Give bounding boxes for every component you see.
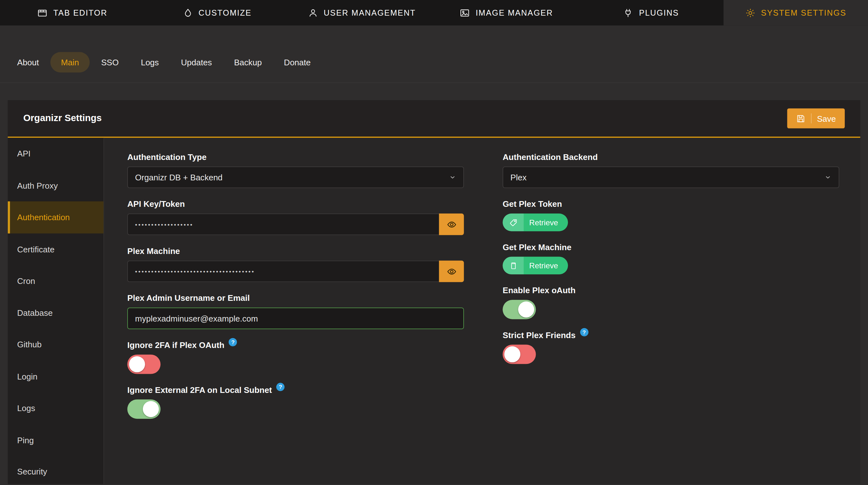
panel-header: Organizr Settings Save [8,100,860,138]
authentication-backend-label: Authentication Backend [502,152,839,162]
nav-system-settings[interactable]: SYSTEM SETTINGS [723,0,868,26]
eye-icon [446,266,456,276]
user-management-icon [308,7,318,18]
save-button-label: Save [817,114,836,123]
strict-plex-friends-label: Strict Plex Friends ? [502,330,839,340]
nav-user-management[interactable]: USER MANAGEMENT [289,0,434,26]
sidebar-item-login[interactable]: Login [8,360,103,392]
eye-icon [446,219,456,229]
nav-label: PLUGINS [639,8,679,17]
save-icon [796,114,806,123]
sidebar-item-security[interactable]: Security [8,456,103,484]
sidebar-item-auth-proxy[interactable]: Auth Proxy [8,169,103,201]
plex-admin-field: Plex Admin Username or Email [127,293,464,329]
nav-plugins[interactable]: PLUGINS [579,0,723,26]
toggle-knob [129,356,145,372]
subnav-sso[interactable]: SSO [91,52,129,72]
sidebar-item-database[interactable]: Database [8,297,103,328]
settings-sidebar: API Auth Proxy Authentication Certificat… [8,138,104,484]
ignore-external-2fa-label: Ignore External 2FA on Local Subnet ? [127,385,464,394]
api-key-field: API Key/Token [127,199,464,235]
sidebar-item-ping[interactable]: Ping [8,424,103,456]
enable-plex-oauth-toggle[interactable] [502,300,536,319]
chevron-down-icon [824,174,832,181]
get-plex-machine-retrieve-button[interactable]: Retrieve [502,257,568,275]
organizr-app: TAB EDITOR CUSTOMIZE USER MANAGEMENT IMA… [0,0,868,485]
system-settings-icon [745,7,755,18]
nav-tab-editor[interactable]: TAB EDITOR [0,0,145,26]
plex-machine-label: Plex Machine [127,246,464,256]
authentication-backend-field: Authentication Backend Plex [502,152,839,188]
panel-body: API Auth Proxy Authentication Certificat… [8,138,860,484]
ignore-external-2fa-field: Ignore External 2FA on Local Subnet ? [127,385,464,419]
ignore-2fa-field: Ignore 2FA if Plex OAuth ? [127,340,464,374]
sidebar-item-cron[interactable]: Cron [8,265,103,297]
subnav-logs[interactable]: Logs [130,52,169,72]
page-title: Organizr Settings [23,113,102,124]
retrieve-button-label: Retrieve [529,261,558,270]
nav-image-manager[interactable]: IMAGE MANAGER [434,0,579,26]
ignore-external-2fa-toggle[interactable] [127,399,160,419]
save-button[interactable]: Save [787,108,845,128]
plex-machine-reveal-button[interactable] [439,261,464,282]
help-icon[interactable]: ? [229,338,237,346]
sidebar-item-github[interactable]: Github [8,328,103,360]
subnav-donate[interactable]: Donate [273,52,321,72]
organizr-settings-panel: Organizr Settings Save API Auth Proxy Au… [8,100,860,484]
sidebar-item-authentication[interactable]: Authentication [8,201,103,233]
strict-plex-friends-toggle[interactable] [502,345,536,364]
api-key-label: API Key/Token [127,199,464,209]
plex-machine-input[interactable] [127,261,439,282]
nav-label: USER MANAGEMENT [324,8,416,17]
plex-admin-email-input[interactable] [127,308,464,329]
ignore-2fa-label: Ignore 2FA if Plex OAuth ? [127,340,464,350]
settings-subnav: About Main SSO Logs Updates Backup Donat… [0,26,868,83]
enable-plex-oauth-label: Enable Plex oAuth [502,286,839,295]
nav-label: CUSTOMIZE [198,8,252,17]
api-key-reveal-button[interactable] [439,214,464,235]
get-plex-machine-field: Get Plex Machine Retrieve [502,242,839,274]
enable-plex-oauth-field: Enable Plex oAuth [502,286,839,319]
nav-customize[interactable]: CUSTOMIZE [145,0,289,26]
top-navigation: TAB EDITOR CUSTOMIZE USER MANAGEMENT IMA… [0,0,868,26]
nav-label: IMAGE MANAGER [476,8,553,17]
authentication-type-field: Authentication Type Organizr DB + Backen… [127,152,464,188]
authentication-backend-select[interactable]: Plex [502,167,839,188]
api-key-input[interactable] [127,214,439,235]
help-icon[interactable]: ? [580,328,588,336]
retrieve-button-label: Retrieve [529,218,558,227]
sidebar-item-api[interactable]: API [8,138,103,169]
authentication-type-label: Authentication Type [127,152,464,162]
strict-plex-friends-field: Strict Plex Friends ? [502,330,839,364]
toggle-knob [518,301,534,317]
nav-label: SYSTEM SETTINGS [761,8,847,17]
selected-value: Organizr DB + Backend [135,173,223,182]
subnav-main[interactable]: Main [51,52,89,72]
tab-editor-icon [37,7,48,18]
sidebar-item-certificate[interactable]: Certificate [8,233,103,265]
subnav-about[interactable]: About [7,52,50,72]
chevron-down-icon [449,174,456,181]
ignore-2fa-toggle[interactable] [127,355,160,374]
nav-label: TAB EDITOR [53,8,107,17]
machine-card-icon [502,257,524,275]
customize-icon [182,7,193,18]
tag-icon [502,214,524,231]
help-icon[interactable]: ? [276,383,285,391]
plugins-icon [623,7,633,18]
selected-value: Plex [510,173,527,182]
plex-admin-label: Plex Admin Username or Email [127,293,464,303]
subnav-backup[interactable]: Backup [223,52,272,72]
authentication-type-select[interactable]: Organizr DB + Backend [127,167,464,188]
get-plex-machine-label: Get Plex Machine [502,242,839,252]
authentication-settings-content: Authentication Type Organizr DB + Backen… [104,138,860,484]
toggle-knob [143,401,159,417]
right-column: Authentication Backend Plex Get Plex Tok… [502,152,839,484]
subnav-updates[interactable]: Updates [170,52,223,72]
sidebar-item-logs[interactable]: Logs [8,392,103,424]
get-plex-token-label: Get Plex Token [502,199,839,209]
image-manager-icon [460,7,470,18]
get-plex-token-retrieve-button[interactable]: Retrieve [502,214,568,231]
toggle-knob [504,346,520,362]
left-column: Authentication Type Organizr DB + Backen… [127,152,464,484]
